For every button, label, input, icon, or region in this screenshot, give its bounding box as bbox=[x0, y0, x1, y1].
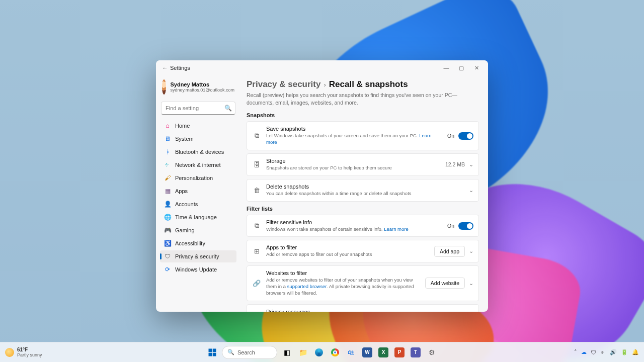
search-icon: 🔍 bbox=[224, 105, 232, 112]
taskbar-app-excel[interactable]: X bbox=[377, 346, 390, 359]
taskbar-app-teams[interactable]: T bbox=[409, 346, 422, 359]
filter-icon: ⧉ bbox=[252, 222, 261, 230]
apps-filter-icon: ⊞ bbox=[252, 247, 261, 255]
card-apps-filter[interactable]: ⊞ Apps to filter Add or remove apps to f… bbox=[247, 240, 479, 262]
taskbar-app-chrome[interactable] bbox=[329, 346, 342, 359]
minimize-button[interactable]: — bbox=[439, 65, 454, 71]
supported-browser-link[interactable]: supported browser bbox=[287, 284, 327, 289]
taskbar-center: 🔍 Search ◧ 📁 🛍 W X P T ⚙ bbox=[206, 346, 438, 359]
snapshot-icon: ⧉ bbox=[252, 132, 261, 140]
window-title: Settings bbox=[170, 65, 190, 71]
sidebar-item-privacy[interactable]: 🛡 Privacy & security bbox=[160, 250, 236, 262]
card-delete-snapshots[interactable]: 🗑 Delete snapshots You can delete snapsh… bbox=[247, 179, 479, 202]
taskbar: 61°F Partly sunny 🔍 Search ◧ 📁 🛍 W X P T… bbox=[0, 342, 644, 362]
page-title: Recall & snapshots bbox=[329, 79, 408, 89]
start-button[interactable] bbox=[206, 346, 219, 359]
accessibility-icon: ♿ bbox=[164, 240, 171, 247]
sidebar-item-label: Time & language bbox=[175, 214, 217, 220]
sidebar-item-label: System bbox=[175, 136, 194, 142]
task-view-button[interactable]: ◧ bbox=[280, 346, 293, 359]
update-icon: ⟳ bbox=[164, 266, 171, 273]
save-snapshots-toggle[interactable] bbox=[458, 132, 473, 140]
chevron-right-icon: › bbox=[324, 81, 326, 88]
weather-desc: Partly sunny bbox=[17, 352, 42, 357]
trash-icon: 🗑 bbox=[252, 187, 261, 194]
globe-icon: 🌐 bbox=[164, 214, 171, 221]
link-icon: 🔗 bbox=[252, 280, 261, 287]
sidebar-item-gaming[interactable]: 🎮 Gaming bbox=[160, 224, 236, 236]
sidebar: Sydney Mattos sydney.mattos.01@outlook.c… bbox=[156, 75, 239, 312]
weather-widget[interactable]: 61°F Partly sunny bbox=[5, 347, 42, 357]
weather-temp: 61°F bbox=[17, 347, 42, 352]
taskbar-app-settings[interactable]: ⚙ bbox=[425, 346, 438, 359]
search-wrap: 🔍 bbox=[161, 102, 235, 115]
taskbar-app-word[interactable]: W bbox=[361, 346, 374, 359]
page-intro: Recall (preview) helps you search your s… bbox=[247, 92, 479, 106]
sidebar-item-label: Privacy & security bbox=[175, 253, 219, 259]
taskbar-search[interactable]: 🔍 Search bbox=[222, 346, 277, 359]
card-filter-sensitive[interactable]: ⧉ Filter sensitive info Windows won't ta… bbox=[247, 215, 479, 237]
card-storage[interactable]: 🗄 Storage Snapshots are stored on your P… bbox=[247, 153, 479, 176]
wifi-icon[interactable]: ᯤ bbox=[600, 349, 606, 355]
card-title: Apps to filter bbox=[266, 244, 429, 250]
sidebar-item-network[interactable]: ᯤ Network & internet bbox=[160, 159, 236, 171]
apps-icon: ▦ bbox=[164, 188, 171, 195]
sidebar-item-home[interactable]: ⌂ Home bbox=[160, 120, 236, 132]
card-title: Websites to filter bbox=[266, 270, 420, 276]
system-tray[interactable]: ˄ ☁ 🛡 ᯤ 🔊 🔋 🔔 bbox=[574, 349, 639, 355]
sidebar-item-time[interactable]: 🌐 Time & language bbox=[160, 211, 236, 223]
user-email: sydney.mattos.01@outlook.com bbox=[170, 87, 234, 93]
shield-icon: 🛡 bbox=[164, 253, 171, 260]
battery-icon[interactable]: 🔋 bbox=[621, 349, 628, 355]
add-app-button[interactable]: Add app bbox=[434, 246, 465, 257]
sidebar-item-accessibility[interactable]: ♿ Accessibility bbox=[160, 237, 236, 249]
taskbar-search-label: Search bbox=[237, 349, 255, 355]
search-icon: 🔍 bbox=[227, 349, 234, 355]
sidebar-item-apps[interactable]: ▦ Apps bbox=[160, 185, 236, 197]
group-filters: Filter lists bbox=[247, 206, 479, 212]
card-title: Delete snapshots bbox=[266, 184, 464, 190]
sidebar-item-update[interactable]: ⟳ Windows Update bbox=[160, 263, 236, 276]
wifi-icon: ᯤ bbox=[164, 161, 171, 168]
card-title: Privacy resources bbox=[266, 309, 473, 312]
profile-block[interactable]: Sydney Mattos sydney.mattos.01@outlook.c… bbox=[160, 77, 236, 100]
card-title: Storage bbox=[266, 158, 440, 164]
svg-rect-0 bbox=[209, 348, 212, 352]
toggle-state: On bbox=[447, 133, 454, 139]
tray-chevron-icon[interactable]: ˄ bbox=[574, 349, 577, 355]
taskbar-app-powerpoint[interactable]: P bbox=[393, 346, 406, 359]
sidebar-item-accounts[interactable]: 👤 Accounts bbox=[160, 198, 236, 210]
close-button[interactable]: ✕ bbox=[469, 65, 484, 71]
settings-window: ← Settings — ▢ ✕ Sydney Mattos sydney.ma… bbox=[156, 60, 488, 312]
chevron-down-icon: ⌄ bbox=[469, 187, 473, 194]
bluetooth-icon: ᚼ bbox=[164, 148, 171, 155]
breadcrumb: Privacy & security › Recall & snapshots bbox=[247, 79, 479, 89]
group-snapshots: Snapshots bbox=[247, 112, 479, 118]
taskbar-app-explorer[interactable]: 📁 bbox=[296, 346, 309, 359]
volume-icon[interactable]: 🔊 bbox=[610, 349, 617, 355]
back-button[interactable]: ← bbox=[160, 65, 170, 71]
card-title: Save snapshots bbox=[266, 126, 442, 132]
sun-icon bbox=[5, 348, 14, 357]
sidebar-item-bluetooth[interactable]: ᚼ Bluetooth & devices bbox=[160, 146, 236, 158]
card-save-snapshots[interactable]: ⧉ Save snapshots Let Windows take snapsh… bbox=[247, 121, 479, 150]
sidebar-item-label: Bluetooth & devices bbox=[175, 149, 224, 155]
learn-more-link[interactable]: Learn more bbox=[384, 226, 409, 232]
breadcrumb-section[interactable]: Privacy & security bbox=[247, 79, 320, 89]
sidebar-item-personalization[interactable]: 🖌 Personalization bbox=[160, 172, 236, 184]
maximize-button[interactable]: ▢ bbox=[454, 65, 469, 71]
svg-rect-2 bbox=[209, 352, 212, 356]
taskbar-app-store[interactable]: 🛍 bbox=[345, 346, 358, 359]
sidebar-item-system[interactable]: 🖥 System bbox=[160, 133, 236, 145]
add-website-button[interactable]: Add website bbox=[425, 278, 465, 289]
system-icon: 🖥 bbox=[164, 135, 171, 142]
card-websites-filter[interactable]: 🔗 Websites to filter Add or remove websi… bbox=[247, 265, 479, 301]
security-icon[interactable]: 🛡 bbox=[591, 349, 596, 355]
filter-sensitive-toggle[interactable] bbox=[458, 222, 473, 230]
sidebar-item-label: Accessibility bbox=[175, 240, 205, 246]
user-name: Sydney Mattos bbox=[170, 81, 234, 87]
sidebar-item-label: Home bbox=[175, 123, 190, 129]
notifications-icon[interactable]: 🔔 bbox=[632, 349, 639, 355]
onedrive-icon[interactable]: ☁ bbox=[581, 349, 587, 355]
taskbar-app-edge[interactable] bbox=[312, 346, 326, 359]
